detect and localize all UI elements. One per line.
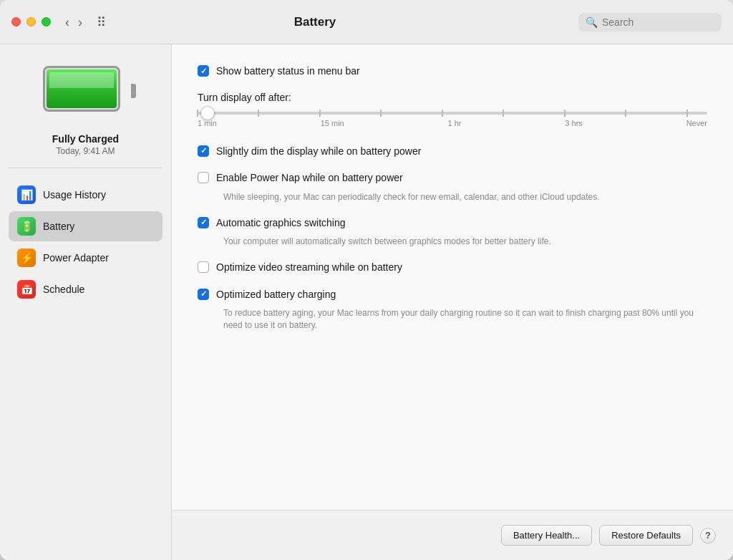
tick-4 — [442, 110, 443, 117]
show-battery-status-label: Show battery status in menu bar — [216, 64, 360, 79]
battery-status: Fully Charged Today, 9:41 AM — [52, 133, 119, 156]
display-off-section: Turn display off after: — [198, 92, 707, 127]
battery-tip — [131, 84, 136, 98]
slider-label-never: Never — [686, 119, 707, 127]
sidebar-divider — [9, 168, 162, 168]
battery-health-button[interactable]: Battery Health... — [501, 525, 592, 546]
slider-label-3hrs: 3 hrs — [565, 119, 582, 127]
tick-0 — [197, 110, 198, 117]
bottom-bar: Battery Health... Restore Defaults ? — [172, 510, 733, 560]
power-nap-checkbox[interactable] — [198, 172, 209, 183]
sidebar-item-battery[interactable]: 🔋 Battery — [9, 211, 162, 241]
auto-graphics-description: Your computer will automatically switch … — [223, 236, 707, 248]
slider-track — [198, 112, 707, 115]
maximize-button[interactable] — [42, 17, 51, 26]
tick-5 — [503, 110, 504, 117]
optimized-charging-checkbox[interactable] — [198, 289, 209, 300]
search-icon: 🔍 — [586, 16, 598, 28]
slider-thumb[interactable] — [201, 107, 214, 120]
sidebar-label-usage-history: Usage History — [43, 189, 106, 201]
battery-body — [43, 66, 120, 112]
search-input[interactable] — [602, 16, 714, 28]
main-area: Fully Charged Today, 9:41 AM 📊 Usage His… — [0, 44, 733, 560]
dim-display-checkbox[interactable] — [198, 145, 209, 157]
auto-graphics-checkbox[interactable] — [198, 217, 209, 228]
sidebar: Fully Charged Today, 9:41 AM 📊 Usage His… — [0, 44, 172, 560]
battery-illustration — [43, 66, 129, 116]
power-nap-label: Enable Power Nap while on battery power — [216, 171, 403, 185]
minimize-button[interactable] — [26, 17, 36, 26]
help-button[interactable]: ? — [700, 528, 716, 544]
close-button[interactable] — [11, 17, 21, 26]
main-window: ‹ › ⠿ Battery 🔍 — [0, 0, 733, 560]
optimized-charging-label: Optimized battery charging — [216, 288, 336, 302]
battery-status-title: Fully Charged — [52, 133, 119, 145]
auto-graphics-row: Automatic graphics switching — [198, 216, 707, 231]
schedule-icon: 📅 — [17, 280, 36, 299]
show-battery-status-checkbox[interactable] — [198, 65, 209, 77]
video-streaming-checkbox[interactable] — [198, 261, 209, 273]
tick-1 — [258, 110, 259, 117]
battery-sheen — [49, 72, 114, 88]
titlebar: ‹ › ⠿ Battery 🔍 — [0, 0, 733, 44]
battery-icon: 🔋 — [17, 217, 36, 236]
show-battery-status-row: Show battery status in menu bar — [198, 64, 707, 79]
content-panel: Show battery status in menu bar Turn dis… — [172, 44, 733, 560]
sidebar-label-schedule: Schedule — [43, 284, 84, 295]
slider-label: Turn display off after: — [198, 92, 707, 103]
sidebar-item-usage-history[interactable]: 📊 Usage History — [9, 180, 162, 210]
tick-2 — [319, 110, 321, 117]
search-bar[interactable]: 🔍 — [578, 13, 722, 32]
battery-fill — [47, 69, 117, 108]
battery-status-time: Today, 9:41 AM — [52, 146, 119, 156]
tick-7 — [625, 110, 626, 117]
slider-container[interactable] — [198, 112, 707, 115]
slider-label-1hr: 1 hr — [448, 119, 462, 127]
slider-labels: 1 min 15 min 1 hr 3 hrs Never — [198, 119, 707, 127]
power-nap-row: Enable Power Nap while on battery power — [198, 171, 707, 185]
power-nap-description: While sleeping, your Mac can periodicall… — [223, 191, 707, 203]
tick-6 — [564, 110, 565, 117]
tick-3 — [380, 110, 382, 117]
usage-history-icon: 📊 — [17, 185, 36, 204]
power-adapter-icon: ⚡ — [17, 248, 36, 267]
slider-label-1min: 1 min — [198, 119, 217, 127]
optimized-charging-row: Optimized battery charging — [198, 288, 707, 302]
video-streaming-label: Optimize video streaming while on batter… — [216, 261, 402, 275]
sidebar-label-power-adapter: Power Adapter — [43, 252, 109, 264]
traffic-lights — [11, 17, 51, 26]
auto-graphics-label: Automatic graphics switching — [216, 216, 346, 231]
slider-label-15min: 15 min — [321, 119, 344, 127]
sidebar-item-schedule[interactable]: 📅 Schedule — [9, 274, 162, 304]
video-streaming-row: Optimize video streaming while on batter… — [198, 261, 707, 275]
restore-defaults-button[interactable]: Restore Defaults — [599, 525, 693, 546]
sidebar-item-power-adapter[interactable]: ⚡ Power Adapter — [9, 243, 162, 273]
optimized-charging-description: To reduce battery aging, your Mac learns… — [223, 307, 707, 332]
tick-8 — [686, 110, 688, 117]
window-title: Battery — [60, 15, 570, 29]
dim-display-row: Slightly dim the display while on batter… — [198, 145, 707, 159]
battery-illustration-container — [43, 66, 129, 116]
dim-display-label: Slightly dim the display while on batter… — [216, 145, 421, 159]
sidebar-label-battery: Battery — [43, 221, 74, 232]
